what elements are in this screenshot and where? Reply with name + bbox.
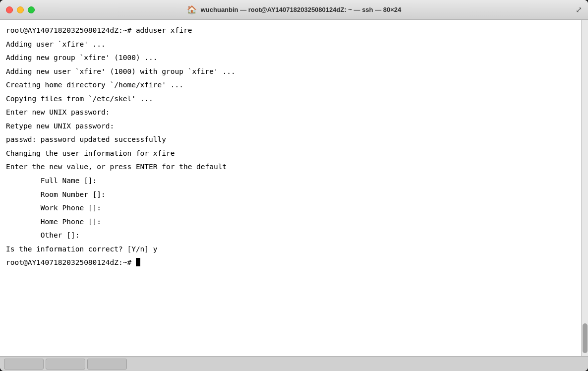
scrollbar-thumb[interactable] [583, 323, 588, 353]
terminal-body: root@AY14071820325080124dZ:~# adduser xf… [0, 20, 588, 356]
titlebar: 🏠 wuchuanbin — root@AY14071820325080124d… [0, 0, 588, 20]
minimize-button[interactable] [17, 6, 24, 13]
bottom-bar [0, 356, 588, 371]
terminal-window: 🏠 wuchuanbin — root@AY14071820325080124d… [0, 0, 588, 371]
taskbar-items [4, 359, 127, 370]
taskbar-item-2[interactable] [46, 359, 85, 370]
taskbar-item-1[interactable] [4, 359, 44, 370]
scrollbar[interactable] [581, 20, 588, 356]
terminal-content[interactable]: root@AY14071820325080124dZ:~# adduser xf… [0, 20, 581, 356]
home-icon: 🏠 [187, 5, 197, 15]
titlebar-center: 🏠 wuchuanbin — root@AY14071820325080124d… [187, 5, 402, 15]
terminal-cursor [136, 258, 140, 266]
maximize-button[interactable] [28, 6, 35, 13]
taskbar-item-3[interactable] [87, 359, 127, 370]
close-button[interactable] [6, 6, 13, 13]
traffic-lights [6, 6, 35, 13]
titlebar-right: ⤢ [576, 5, 582, 15]
terminal-output: root@AY14071820325080124dZ:~# adduser xf… [6, 24, 575, 270]
window-title: wuchuanbin — root@AY14071820325080124dZ:… [201, 6, 402, 13]
resize-icon[interactable]: ⤢ [576, 6, 582, 15]
